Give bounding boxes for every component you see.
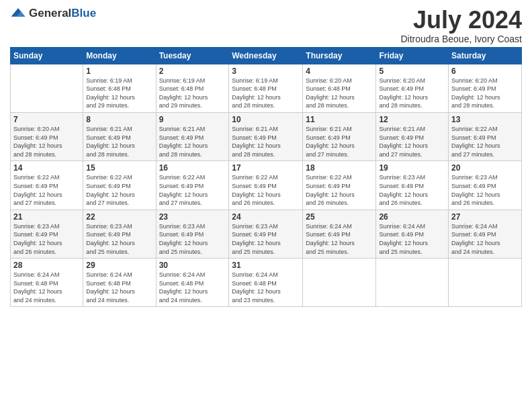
day-info: Sunrise: 6:19 AM Sunset: 6:48 PM Dayligh…	[232, 77, 300, 110]
day-number: 8	[86, 115, 152, 124]
day-info: Sunrise: 6:24 AM Sunset: 6:49 PM Dayligh…	[451, 222, 519, 256]
day-info: Sunrise: 6:22 AM Sunset: 6:49 PM Dayligh…	[451, 125, 519, 158]
day-info: Sunrise: 6:22 AM Sunset: 6:49 PM Dayligh…	[306, 173, 373, 207]
calendar-cell	[449, 259, 522, 307]
location-subtitle: Ditroudra Beoue, Ivory Coast	[400, 34, 522, 44]
calendar-header-row: SundayMondayTuesdayWednesdayThursdayFrid…	[11, 47, 522, 64]
day-number: 20	[451, 163, 519, 173]
day-info: Sunrise: 6:19 AM Sunset: 6:48 PM Dayligh…	[159, 77, 226, 110]
day-number: 23	[159, 212, 226, 222]
day-info: Sunrise: 6:24 AM Sunset: 6:49 PM Dayligh…	[379, 222, 445, 256]
day-number: 26	[379, 212, 445, 222]
logo-icon	[10, 7, 26, 20]
calendar-cell: 19Sunrise: 6:23 AM Sunset: 6:49 PM Dayli…	[376, 161, 449, 210]
column-header-friday: Friday	[376, 47, 449, 64]
day-info: Sunrise: 6:24 AM Sunset: 6:48 PM Dayligh…	[86, 271, 152, 304]
day-info: Sunrise: 6:19 AM Sunset: 6:48 PM Dayligh…	[86, 77, 152, 110]
calendar-cell: 20Sunrise: 6:23 AM Sunset: 6:49 PM Dayli…	[449, 161, 522, 210]
calendar-cell: 31Sunrise: 6:24 AM Sunset: 6:48 PM Dayli…	[229, 259, 303, 307]
day-number: 30	[159, 261, 226, 270]
day-number: 3	[232, 66, 300, 76]
calendar-cell: 2Sunrise: 6:19 AM Sunset: 6:48 PM Daylig…	[156, 64, 229, 112]
day-number: 15	[86, 163, 152, 173]
day-info: Sunrise: 6:22 AM Sunset: 6:49 PM Dayligh…	[159, 173, 226, 207]
day-info: Sunrise: 6:22 AM Sunset: 6:49 PM Dayligh…	[232, 173, 300, 207]
column-header-sunday: Sunday	[11, 47, 83, 64]
day-info: Sunrise: 6:20 AM Sunset: 6:49 PM Dayligh…	[451, 77, 519, 110]
calendar-cell: 4Sunrise: 6:20 AM Sunset: 6:48 PM Daylig…	[303, 64, 376, 112]
calendar-cell: 1Sunrise: 6:19 AM Sunset: 6:48 PM Daylig…	[83, 64, 156, 112]
column-header-tuesday: Tuesday	[156, 47, 229, 64]
day-info: Sunrise: 6:20 AM Sunset: 6:48 PM Dayligh…	[306, 77, 373, 110]
day-number: 19	[379, 163, 445, 173]
day-number: 2	[159, 66, 226, 76]
calendar-cell: 8Sunrise: 6:21 AM Sunset: 6:49 PM Daylig…	[83, 112, 156, 161]
day-number: 25	[306, 212, 373, 222]
calendar-cell: 11Sunrise: 6:21 AM Sunset: 6:49 PM Dayli…	[303, 112, 376, 161]
calendar-cell: 24Sunrise: 6:23 AM Sunset: 6:49 PM Dayli…	[229, 210, 303, 258]
calendar-cell	[11, 64, 83, 112]
day-info: Sunrise: 6:21 AM Sunset: 6:49 PM Dayligh…	[159, 125, 226, 158]
day-info: Sunrise: 6:23 AM Sunset: 6:49 PM Dayligh…	[232, 222, 300, 256]
calendar-table: SundayMondayTuesdayWednesdayThursdayFrid…	[10, 47, 522, 308]
day-info: Sunrise: 6:24 AM Sunset: 6:48 PM Dayligh…	[13, 271, 80, 304]
calendar-cell: 16Sunrise: 6:22 AM Sunset: 6:49 PM Dayli…	[156, 161, 229, 210]
calendar-cell: 10Sunrise: 6:21 AM Sunset: 6:49 PM Dayli…	[229, 112, 303, 161]
calendar-cell: 18Sunrise: 6:22 AM Sunset: 6:49 PM Dayli…	[303, 161, 376, 210]
calendar-cell: 3Sunrise: 6:19 AM Sunset: 6:48 PM Daylig…	[229, 64, 303, 112]
day-number: 22	[86, 212, 152, 222]
calendar-cell: 23Sunrise: 6:23 AM Sunset: 6:49 PM Dayli…	[156, 210, 229, 258]
column-header-wednesday: Wednesday	[229, 47, 303, 64]
calendar-cell	[303, 259, 376, 307]
column-header-thursday: Thursday	[303, 47, 376, 64]
calendar-cell: 21Sunrise: 6:23 AM Sunset: 6:49 PM Dayli…	[11, 210, 83, 258]
day-number: 13	[451, 115, 519, 124]
logo-text: GeneralBlue	[29, 7, 96, 20]
logo-general: General	[29, 7, 71, 19]
day-number: 31	[232, 261, 300, 270]
column-header-monday: Monday	[83, 47, 156, 64]
day-info: Sunrise: 6:21 AM Sunset: 6:49 PM Dayligh…	[86, 125, 152, 158]
day-info: Sunrise: 6:21 AM Sunset: 6:49 PM Dayligh…	[379, 125, 445, 158]
calendar-cell: 27Sunrise: 6:24 AM Sunset: 6:49 PM Dayli…	[449, 210, 522, 258]
day-number: 5	[379, 66, 445, 76]
day-number: 18	[306, 163, 373, 173]
calendar-cell	[376, 259, 449, 307]
calendar-cell: 7Sunrise: 6:20 AM Sunset: 6:49 PM Daylig…	[11, 112, 83, 161]
day-number: 24	[232, 212, 300, 222]
day-number: 7	[13, 115, 80, 124]
day-number: 17	[232, 163, 300, 173]
day-info: Sunrise: 6:24 AM Sunset: 6:49 PM Dayligh…	[306, 222, 373, 256]
day-number: 11	[306, 115, 373, 124]
month-year-title: July 2024	[400, 7, 522, 34]
logo: GeneralBlue	[10, 7, 96, 20]
day-number: 14	[13, 163, 80, 173]
day-info: Sunrise: 6:23 AM Sunset: 6:49 PM Dayligh…	[451, 173, 519, 207]
calendar-cell: 12Sunrise: 6:21 AM Sunset: 6:49 PM Dayli…	[376, 112, 449, 161]
day-number: 12	[379, 115, 445, 124]
calendar-week-row: 21Sunrise: 6:23 AM Sunset: 6:49 PM Dayli…	[11, 210, 522, 258]
day-info: Sunrise: 6:24 AM Sunset: 6:48 PM Dayligh…	[159, 271, 226, 304]
day-number: 28	[13, 261, 80, 270]
day-number: 1	[86, 66, 152, 76]
day-number: 27	[451, 212, 519, 222]
calendar-cell: 25Sunrise: 6:24 AM Sunset: 6:49 PM Dayli…	[303, 210, 376, 258]
day-info: Sunrise: 6:22 AM Sunset: 6:49 PM Dayligh…	[13, 173, 80, 207]
calendar-cell: 5Sunrise: 6:20 AM Sunset: 6:49 PM Daylig…	[376, 64, 449, 112]
day-info: Sunrise: 6:23 AM Sunset: 6:49 PM Dayligh…	[159, 222, 226, 256]
calendar-cell: 29Sunrise: 6:24 AM Sunset: 6:48 PM Dayli…	[83, 259, 156, 307]
calendar-cell: 28Sunrise: 6:24 AM Sunset: 6:48 PM Dayli…	[11, 259, 83, 307]
calendar-cell: 9Sunrise: 6:21 AM Sunset: 6:49 PM Daylig…	[156, 112, 229, 161]
calendar-week-row: 7Sunrise: 6:20 AM Sunset: 6:49 PM Daylig…	[11, 112, 522, 161]
day-number: 16	[159, 163, 226, 173]
day-number: 9	[159, 115, 226, 124]
calendar-cell: 22Sunrise: 6:23 AM Sunset: 6:49 PM Dayli…	[83, 210, 156, 258]
day-info: Sunrise: 6:20 AM Sunset: 6:49 PM Dayligh…	[13, 125, 80, 158]
calendar-cell: 17Sunrise: 6:22 AM Sunset: 6:49 PM Dayli…	[229, 161, 303, 210]
day-info: Sunrise: 6:22 AM Sunset: 6:49 PM Dayligh…	[86, 173, 152, 207]
day-number: 21	[13, 212, 80, 222]
calendar-week-row: 28Sunrise: 6:24 AM Sunset: 6:48 PM Dayli…	[11, 259, 522, 307]
calendar-cell: 13Sunrise: 6:22 AM Sunset: 6:49 PM Dayli…	[449, 112, 522, 161]
calendar-cell: 15Sunrise: 6:22 AM Sunset: 6:49 PM Dayli…	[83, 161, 156, 210]
day-info: Sunrise: 6:21 AM Sunset: 6:49 PM Dayligh…	[306, 125, 373, 158]
